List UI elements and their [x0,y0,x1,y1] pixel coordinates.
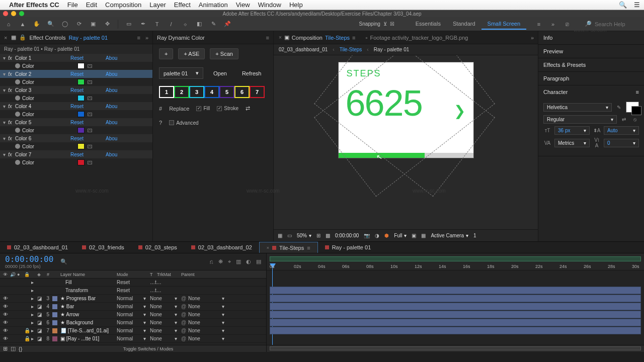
tl-brackets-icon[interactable]: {} [19,346,22,352]
about-link[interactable]: Abou [106,120,117,125]
effect-color-2[interactable]: ▾ fx Color 2 Reset Abou [0,70,152,78]
blend-mode-select[interactable]: Normal▾ [117,304,150,309]
comp-tab-footage[interactable]: ▫Footage activity_tracker_logo_RGB.png [361,31,473,44]
timeline-tab-5[interactable]: Ray - palette 01 [318,242,378,253]
panel-menu-icon[interactable]: ≡ [352,35,355,41]
lock-icon[interactable]: 🔒 [19,34,26,41]
parent-select[interactable]: None▾ [188,320,224,325]
twirl-icon[interactable]: ▸ [31,336,37,341]
effect-color-5[interactable]: ▾ fx Color 5 Reset Abou [0,118,152,126]
twirl-icon[interactable]: ▾ [3,120,8,125]
current-timecode[interactable]: 0:00:00:00 [5,254,53,264]
panel-menu-icon[interactable]: ≡ [137,35,140,41]
layer-row-3[interactable]: 👁 ▸ ◪ 3 ★ Progress Bar Normal▾ None▾ @ N… [0,295,266,303]
parent-pickwhip-icon[interactable]: @ [181,336,188,341]
reset-link[interactable]: Reset [70,104,106,109]
workspace-essentials[interactable]: Essentials [410,19,447,30]
resolution-select[interactable]: Full ▾ [394,233,407,238]
color-swatch[interactable] [77,143,85,149]
parent-select[interactable]: None▾ [188,304,224,309]
eyedropper-icon[interactable]: ✎ [615,105,623,110]
trkmat-select[interactable]: None▾ [150,336,181,341]
blend-mode-select[interactable]: Normal▾ [117,312,150,317]
leading-select[interactable]: Auto▾ [604,126,639,135]
eyedropper-icon[interactable]: ⮹ [88,128,93,133]
trkmat-select[interactable]: None▾ [150,304,181,309]
blend-mode-select[interactable]: Normal▾ [117,320,150,325]
twirl-icon[interactable]: ▾ [3,55,8,61]
layer-bar[interactable] [270,303,641,310]
ray-swatch-7[interactable]: 7 [250,86,265,98]
menu-edit[interactable]: Edit [86,1,97,9]
tl-toggle-icon[interactable]: ⊞ [3,345,8,352]
snapshot-icon[interactable]: 📷 [364,233,370,238]
draft3d-icon[interactable]: ❋ [218,258,223,265]
color-mgmt-icon[interactable]: ◑ [375,233,379,238]
color-swatch[interactable] [77,63,85,69]
reset-link[interactable]: Reset [70,152,106,157]
time-ruler[interactable]: 0s02s04s06s08s10s12s14s16s18s20s22s24s26… [267,253,644,270]
ray-swatch-2[interactable]: 2 [174,86,189,98]
visibility-toggle-icon[interactable]: 👁 [3,304,10,309]
effects-presets-panel-title[interactable]: Effects & Presets [543,62,586,68]
parent-pickwhip-icon[interactable]: @ [181,296,188,301]
ray-help-button[interactable]: ? [159,120,162,126]
info-panel-title[interactable]: Info [543,35,552,41]
pen-tool-icon[interactable]: ✒ [138,20,147,29]
ray-add-button[interactable]: + [159,48,173,59]
eyedropper-icon[interactable]: ⮹ [88,160,93,165]
ray-swatch-1[interactable]: 1 [159,86,174,98]
swap-icon[interactable]: ⇄ [246,105,250,112]
stopwatch-icon[interactable] [15,128,20,133]
workspace-small-screen[interactable]: Small Screen [481,19,526,30]
effect-color-4[interactable]: ▾ fx Color 4 Reset Abou [0,102,152,110]
ray-replace-button[interactable]: Replace [169,106,189,112]
resolution-icon[interactable]: ⊞ [316,233,320,238]
label-color[interactable] [52,304,57,309]
advanced-checkbox[interactable] [169,120,174,125]
hand-tool-icon[interactable]: ✋ [32,20,41,29]
menu-composition[interactable]: Composition [105,1,141,9]
channel-icon[interactable]: ▭ [287,233,292,238]
layer-row-4[interactable]: 👁 ▸ ◪ 4 ★ Bar Normal▾ None▾ @ None▾ [0,303,266,311]
label-color[interactable] [52,336,57,341]
orbit-tool-icon[interactable]: ◯ [60,20,69,29]
twirl-icon[interactable]: ▾ [3,87,8,93]
eyedropper-icon[interactable]: ⮹ [88,96,93,101]
label-color[interactable] [52,296,57,301]
menu-effect[interactable]: Effect [174,1,191,9]
eraser-tool-icon[interactable]: ◧ [195,20,204,29]
blend-mode-select[interactable]: Normal▾ [117,328,150,333]
panel-overflow-icon[interactable]: » [145,35,148,41]
ray-scan-button[interactable]: + Scan [210,48,238,59]
roto-tool-icon[interactable]: ✎ [209,20,218,29]
about-link[interactable]: Abou [106,104,117,109]
trkmat-select[interactable]: None▾ [150,296,181,301]
parent-select[interactable]: None▾ [188,312,224,317]
trkmat-select[interactable]: None▾ [150,328,181,333]
pan-behind-tool-icon[interactable]: ✥ [103,20,112,29]
layer-bar[interactable] [270,287,641,294]
trkmat-select[interactable]: None▾ [150,312,181,317]
label-icon[interactable]: ◪ [37,312,42,317]
lock-toggle-icon[interactable]: 🔒 [24,328,31,333]
property-row[interactable]: ▸ Fill Reset …t… [0,279,266,287]
layer-row-5[interactable]: 👁 ▸ ◪ 5 ★ Arrow Normal▾ None▾ @ None▾ [0,311,266,319]
eyedropper-icon[interactable]: ⮹ [88,63,93,69]
property-row[interactable]: ▸ Transform Reset …t… [0,287,266,295]
label-icon[interactable]: ◪ [37,304,42,309]
parent-select[interactable]: None▾ [188,328,224,333]
snapshot-icon[interactable]: ▦ [11,34,16,41]
ray-swatch-3[interactable]: 3 [189,86,204,98]
fx-badge-icon[interactable]: fx [8,136,15,141]
composition-viewport[interactable]: STEPS 6625 ❯ [274,55,538,229]
snapping-toggle-icon[interactable]: ⊻ [383,21,387,27]
search-icon[interactable]: 🔍 [60,258,67,265]
about-link[interactable]: Abou [106,71,117,77]
frame-blend-icon[interactable]: ▥ [236,258,241,265]
trkmat-select[interactable]: None▾ [150,320,181,325]
twirl-icon[interactable]: ▸ [31,320,37,325]
panel-overflow-icon[interactable]: » [527,35,538,41]
menu-file[interactable]: File [67,1,78,9]
parent-pickwhip-icon[interactable]: @ [181,328,188,333]
